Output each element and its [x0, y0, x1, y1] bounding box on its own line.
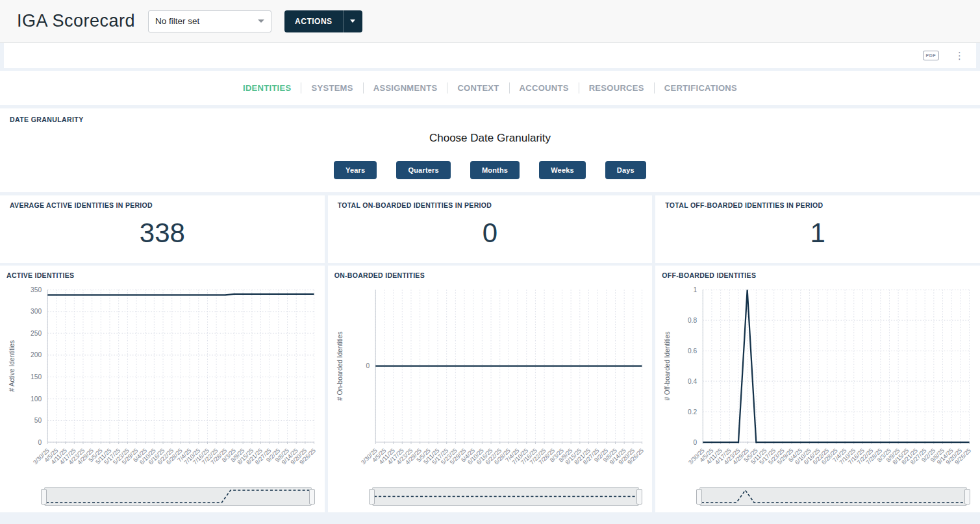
- kpi-average-active-identities: AVERAGE ACTIVE IDENTITIES IN PERIOD 338: [0, 195, 325, 263]
- offboarded-identities-range-slider[interactable]: [699, 487, 967, 506]
- kpi-title: TOTAL ON-BOARDED IDENTITIES IN PERIOD: [338, 201, 643, 209]
- svg-text:50: 50: [34, 417, 42, 424]
- page-title: IGA Scorecard: [17, 11, 135, 31]
- tab-bar: IDENTITIES SYSTEMS ASSIGNMENTS CONTEXT A…: [0, 71, 980, 105]
- onboarded-identities-chart-card: ON-BOARDED IDENTITIES 03/30/254/5/254/11…: [328, 266, 653, 512]
- kpi-title: TOTAL OFF-BOARDED IDENTITIES IN PERIOD: [665, 201, 970, 209]
- svg-text:0.4: 0.4: [688, 378, 697, 385]
- svg-text:100: 100: [31, 395, 42, 403]
- chart-title: ON-BOARDED IDENTITIES: [334, 271, 646, 279]
- kpi-value: 1: [665, 209, 970, 257]
- svg-text:300: 300: [31, 308, 42, 315]
- svg-text:0.6: 0.6: [688, 347, 697, 355]
- charts-row: ACTIVE IDENTITIES 0501001502002503003503…: [0, 266, 980, 512]
- kpi-value: 338: [10, 209, 315, 257]
- chart-title: OFF-BOARDED IDENTITIES: [662, 271, 974, 279]
- svg-text:0.8: 0.8: [688, 317, 697, 324]
- range-slider-left-handle[interactable]: [696, 489, 702, 505]
- range-slider-preview: [374, 488, 638, 505]
- range-slider-preview: [701, 488, 965, 505]
- granularity-years-button[interactable]: Years: [334, 161, 377, 179]
- onboarded-identities-chart: 03/30/254/5/254/11/254/17/254/23/254/29/…: [334, 281, 646, 487]
- svg-text:0: 0: [366, 362, 370, 369]
- range-slider-right-handle[interactable]: [636, 489, 642, 505]
- chart-title: ACTIVE IDENTITIES: [6, 271, 318, 279]
- choose-date-granularity-heading: Choose Date Granularity: [10, 132, 970, 145]
- svg-text:200: 200: [31, 351, 42, 358]
- svg-text:# Off-boarded Identities: # Off-boarded Identities: [664, 332, 672, 401]
- chevron-down-icon: [258, 19, 264, 23]
- tab-assignments[interactable]: ASSIGNMENTS: [364, 83, 447, 93]
- kpi-total-onboarded-identities: TOTAL ON-BOARDED IDENTITIES IN PERIOD 0: [328, 195, 653, 263]
- svg-text:250: 250: [31, 330, 42, 337]
- date-granularity-label: DATE GRANULARITY: [10, 116, 970, 123]
- kpi-total-offboarded-identities: TOTAL OFF-BOARDED IDENTITIES IN PERIOD 1: [655, 195, 980, 263]
- active-identities-chart-card: ACTIVE IDENTITIES 0501001502002503003503…: [0, 266, 325, 512]
- range-slider-preview: [46, 488, 310, 505]
- report-toolbar: PDF ⋮: [4, 43, 976, 68]
- svg-text:# Active Identities: # Active Identities: [8, 340, 16, 392]
- actions-dropdown-toggle[interactable]: [343, 10, 362, 32]
- export-pdf-button[interactable]: PDF: [923, 51, 940, 60]
- tab-identities[interactable]: IDENTITIES: [233, 83, 301, 93]
- tab-context[interactable]: CONTEXT: [447, 83, 509, 93]
- kpi-value: 0: [338, 209, 643, 257]
- kpi-title: AVERAGE ACTIVE IDENTITIES IN PERIOD: [10, 201, 315, 209]
- range-slider-left-handle[interactable]: [369, 489, 375, 505]
- svg-text:# On-boarded Identities: # On-boarded Identities: [336, 331, 344, 400]
- onboarded-identities-range-slider[interactable]: [372, 487, 640, 506]
- filter-dropdown[interactable]: No filter set: [148, 10, 271, 32]
- tab-certifications[interactable]: CERTIFICATIONS: [655, 83, 747, 93]
- granularity-weeks-button[interactable]: Weeks: [539, 161, 586, 179]
- tab-systems[interactable]: SYSTEMS: [301, 83, 362, 93]
- tab-accounts[interactable]: ACCOUNTS: [510, 83, 579, 93]
- filter-dropdown-value: No filter set: [155, 16, 199, 26]
- svg-text:1: 1: [694, 286, 697, 293]
- actions-button[interactable]: ACTIONS: [284, 10, 362, 32]
- kpi-row: AVERAGE ACTIVE IDENTITIES IN PERIOD 338 …: [0, 195, 980, 263]
- svg-text:0.2: 0.2: [688, 408, 697, 416]
- granularity-quarters-button[interactable]: Quarters: [396, 161, 450, 179]
- svg-text:350: 350: [31, 286, 42, 293]
- range-slider-right-handle[interactable]: [309, 489, 315, 505]
- offboarded-identities-chart: 00.20.40.60.813/30/254/5/254/11/254/17/2…: [662, 281, 974, 487]
- granularity-days-button[interactable]: Days: [605, 161, 646, 179]
- caret-down-icon: [350, 19, 355, 23]
- actions-button-label[interactable]: ACTIONS: [284, 10, 343, 32]
- svg-text:0: 0: [694, 439, 697, 446]
- svg-text:0: 0: [38, 439, 42, 446]
- date-granularity-section: DATE GRANULARITY Choose Date Granularity…: [0, 108, 980, 192]
- svg-text:150: 150: [31, 373, 42, 381]
- range-slider-left-handle[interactable]: [41, 489, 47, 505]
- app-header: IGA Scorecard No filter set ACTIONS: [0, 0, 980, 43]
- granularity-button-group: Years Quarters Months Weeks Days: [10, 161, 970, 179]
- active-identities-range-slider[interactable]: [44, 487, 312, 506]
- granularity-months-button[interactable]: Months: [470, 161, 520, 179]
- more-options-icon[interactable]: ⋮: [952, 49, 967, 62]
- offboarded-identities-chart-card: OFF-BOARDED IDENTITIES 00.20.40.60.813/3…: [655, 266, 980, 512]
- range-slider-right-handle[interactable]: [964, 489, 970, 505]
- active-identities-chart: 0501001502002503003503/30/254/5/254/11/2…: [6, 281, 318, 487]
- tab-resources[interactable]: RESOURCES: [579, 83, 654, 93]
